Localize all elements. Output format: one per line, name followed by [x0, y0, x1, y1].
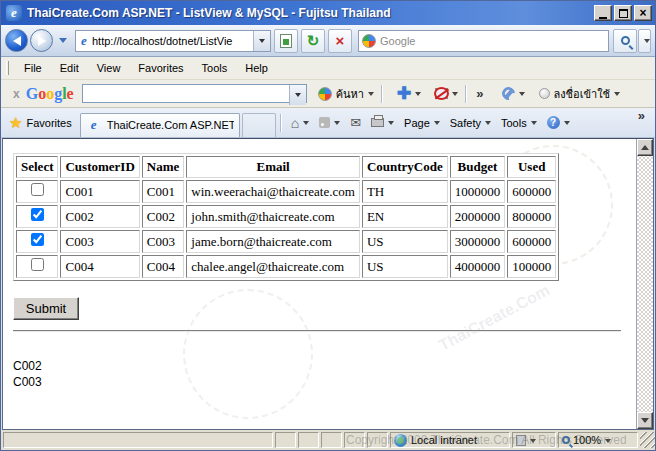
page-content-area: THAICREATE.COM Version 2009 ThaiCreate.C… [2, 138, 654, 430]
add-gadget-button[interactable]: ✚ [394, 85, 424, 103]
row-checkbox[interactable] [31, 183, 44, 196]
safety-menu-label: Safety [450, 117, 481, 129]
protected-mode-segment[interactable] [512, 432, 556, 448]
favorites-bar: ★ Favorites e ThaiCreate.Com ASP.NET - .… [1, 108, 655, 138]
chevron-down-icon [644, 39, 650, 46]
browser-window: e ThaiCreate.Com ASP.NET - ListView & My… [0, 0, 656, 451]
result-line: C003 [13, 374, 636, 390]
table-row: C002 C002 john.smith@thaicreate.com EN 2… [16, 205, 556, 228]
maximize-button[interactable] [614, 5, 632, 21]
home-button[interactable]: ⌂ [287, 113, 313, 133]
cell-used: 100000 [507, 255, 556, 278]
search-icon [621, 36, 630, 45]
col-header-select: Select [16, 156, 58, 178]
safety-menu-button[interactable]: Safety [446, 115, 495, 131]
cell-name: C001 [142, 180, 185, 203]
navigation-bar: e ↻ × [1, 25, 655, 57]
toolbar-grip[interactable] [6, 61, 9, 75]
favorites-button[interactable]: Favorites [26, 117, 71, 129]
chevron-down-icon [334, 121, 340, 128]
read-mail-button[interactable]: ✉ [346, 113, 365, 132]
popup-blocker-button[interactable] [432, 86, 461, 101]
title-bar: e ThaiCreate.Com ASP.NET - ListView & My… [1, 1, 655, 25]
address-input[interactable] [92, 35, 253, 47]
search-options-button[interactable] [638, 29, 651, 53]
toolbar-settings-button[interactable] [498, 85, 528, 103]
row-checkbox[interactable] [31, 258, 44, 271]
menu-view[interactable]: View [88, 59, 130, 77]
search-input[interactable] [376, 35, 608, 47]
cell-budget: 4000000 [450, 255, 506, 278]
chevron-down-icon [531, 121, 537, 128]
status-cell [344, 432, 365, 448]
row-checkbox[interactable] [31, 208, 44, 221]
compatibility-view-button[interactable] [274, 29, 298, 53]
chevron-down-icon [641, 418, 649, 427]
search-box[interactable] [358, 30, 609, 52]
sign-in-button[interactable]: ลงชื่อเข้าใช้ [536, 83, 623, 105]
feeds-button[interactable] [315, 115, 344, 130]
cell-name: C002 [142, 205, 185, 228]
window-title: ThaiCreate.Com ASP.NET - ListView & MySQ… [27, 6, 592, 20]
cell-customerid: C001 [60, 180, 139, 203]
chevron-down-icon [259, 39, 265, 46]
separator [381, 85, 382, 103]
menu-tools[interactable]: Tools [193, 59, 237, 77]
zoom-segment[interactable]: 100% [558, 432, 638, 448]
tab-title: ThaiCreate.Com ASP.NET - ... [107, 119, 234, 131]
chevron-down-icon [303, 121, 309, 128]
scroll-up-button[interactable] [637, 139, 653, 156]
tools-menu-button[interactable]: Tools [497, 115, 541, 131]
close-button[interactable]: × [634, 5, 652, 21]
resize-grip[interactable] [640, 432, 655, 448]
tab-thaicreate[interactable]: e ThaiCreate.Com ASP.NET - ... [80, 113, 240, 137]
cell-used: 600000 [507, 230, 556, 253]
back-button[interactable] [5, 29, 28, 52]
address-dropdown-button[interactable] [253, 31, 270, 51]
col-header-used: Used [507, 156, 556, 178]
submit-button[interactable]: Submit [13, 297, 79, 320]
toolbar-close-button[interactable]: x [7, 87, 26, 101]
table-header-row: Select CustomerID Name Email CountryCode… [16, 156, 556, 178]
cell-email: jame.born@thaicreate.com [186, 230, 360, 253]
chevron-down-icon [452, 92, 458, 99]
wrench-icon [501, 87, 515, 101]
tools-menu-label: Tools [501, 117, 527, 129]
refresh-icon: ↻ [307, 34, 320, 48]
address-bar[interactable]: e [75, 30, 271, 52]
help-menu-button[interactable]: ? [543, 114, 574, 131]
web-page: Select CustomerID Name Email CountryCode… [3, 139, 636, 429]
stop-icon: × [336, 34, 345, 48]
google-search-field[interactable] [82, 84, 307, 103]
menu-favorites[interactable]: Favorites [129, 59, 192, 77]
commandbar-overflow-button[interactable]: » [632, 108, 651, 123]
new-tab-stub[interactable] [242, 113, 276, 137]
status-cell [367, 432, 388, 448]
google-search-button[interactable]: ค้นหา [315, 83, 377, 105]
refresh-button[interactable]: ↻ [301, 29, 325, 53]
mail-icon: ✉ [350, 115, 361, 130]
col-header-countrycode: CountryCode [362, 156, 448, 178]
page-menu-button[interactable]: Page [400, 115, 444, 131]
toolbar-overflow-button[interactable]: » [470, 86, 489, 101]
back-arrow-icon [13, 36, 21, 46]
stop-button[interactable]: × [328, 29, 352, 53]
ie-logo-icon: e [6, 5, 22, 21]
cell-used: 800000 [507, 205, 556, 228]
menu-file[interactable]: File [15, 59, 51, 77]
menu-help[interactable]: Help [236, 59, 277, 77]
google-search-input[interactable] [83, 85, 289, 102]
google-ball-icon [362, 34, 376, 48]
vertical-scrollbar[interactable] [636, 139, 653, 429]
search-go-button[interactable] [613, 29, 637, 53]
minimize-button[interactable] [594, 5, 612, 21]
google-ball-icon [318, 87, 332, 101]
print-button[interactable] [367, 115, 398, 130]
scroll-down-button[interactable] [637, 412, 653, 429]
forward-button[interactable] [30, 29, 53, 52]
menu-edit[interactable]: Edit [51, 59, 88, 77]
row-checkbox[interactable] [31, 233, 44, 246]
history-dropdown-button[interactable] [59, 38, 67, 47]
google-search-dropdown[interactable] [289, 85, 306, 105]
google-search-label: ค้นหา [336, 85, 364, 103]
